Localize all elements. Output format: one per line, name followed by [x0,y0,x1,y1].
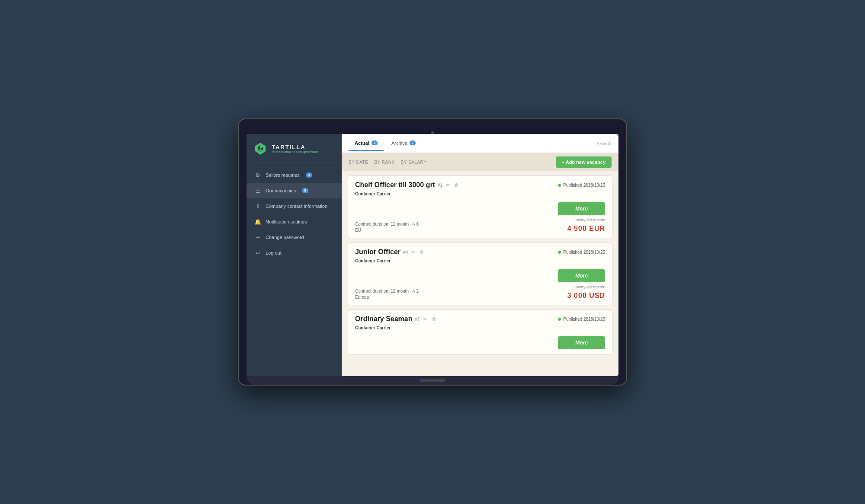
list-icon: ☰ [254,187,261,194]
nav-label-our-vacancies: Our vacancies [266,188,296,193]
vacancy-right-1: More Salary per month: 4 500 EUR [558,202,605,233]
laptop-notch [420,379,445,382]
logout-icon: ↩ [254,249,261,256]
tab-archive-count: 1 [410,140,416,145]
delete-vacancy-7-button[interactable]: 🗑 [431,316,437,322]
vacancy-title-group-4: Junior Officer #4 ✏ 🗑 [355,248,425,256]
vacancy-title-group-1: Cheif Officer till 3000 grt #1 ✏ 🗑 [355,181,460,189]
laptop-camera [431,131,434,134]
search-label: Search [596,141,612,146]
tab-actual-label: Actual [355,140,369,146]
asterisk-icon: ✳ [254,234,261,241]
tab-actual-count: 5 [372,140,378,145]
vacancy-contract-1: Contract duration: 12 month +/- 6 [355,222,419,226]
vacancy-vessel-4: Container Carrier [348,258,612,267]
tab-actual[interactable]: Actual 5 [349,136,384,151]
tabs-bar: Actual 5 Archive 1 [349,136,422,151]
edit-vacancy-1-button[interactable]: ✏ [445,182,451,188]
header: Actual 5 Archive 1 Search [342,134,618,153]
gear-icon: ⚙ [254,172,261,179]
vacancy-title-4: Junior Officer [355,248,400,256]
sidebar-item-sailors-resumes[interactable]: ⚙ Sailors resumes 4 [247,167,342,183]
logo-area: TARTILLA international seajob generator [247,134,342,161]
sidebar: TARTILLA international seajob generator … [247,134,342,376]
status-dot-1 [558,184,561,187]
vacancy-body-7: More [348,334,612,354]
main-content: Actual 5 Archive 1 Search BY DATE BY RAN… [342,134,618,376]
filter-by-rank[interactable]: BY RANK [374,160,394,165]
tab-archive[interactable]: Archive 1 [385,136,422,151]
vacancy-region-4: Europa [355,295,419,300]
sidebar-item-change-password[interactable]: ✳ Change password [247,230,342,245]
vacancy-contract-4: Contract duration: 12 month +/- 2 [355,289,419,293]
vacancies-list: Cheif Officer till 3000 grt #1 ✏ 🗑 Publi… [342,171,618,376]
sidebar-item-our-vacancies[interactable]: ☰ Our vacancies 5 [247,183,342,198]
app-subtitle: international seajob generator [272,150,318,153]
edit-vacancy-4-button[interactable]: ✏ [410,249,416,255]
salary-label-1: Salary per month: [574,218,605,222]
edit-vacancy-7-button[interactable]: ✏ [423,316,428,322]
more-button-4[interactable]: More [558,269,605,282]
logo-text: TARTILLA international seajob generator [272,144,318,153]
nav-badge-our-vacancies: 5 [302,188,308,193]
nav-badge-sailors-resumes: 4 [306,172,312,178]
vacancy-header-1: Cheif Officer till 3000 grt #1 ✏ 🗑 Publi… [348,176,612,191]
vacancy-header-4: Junior Officer #4 ✏ 🗑 Published 2018/10/… [348,243,612,258]
vacancy-region-1: EU [355,228,419,233]
vacancy-vessel-1: Container Carrier [348,191,612,200]
vacancy-header-7: Ordinary Seaman #7 ✏ 🗑 Published 2018/10… [348,310,612,325]
more-button-1[interactable]: More [558,202,605,215]
add-vacancy-button[interactable]: + Add new vacancy [556,156,612,168]
sidebar-item-company-contact[interactable]: ℹ Company contact information [247,198,342,214]
info-icon: ℹ [254,203,261,210]
filter-by-date[interactable]: BY DATE [349,160,368,165]
nav-label-company-contact: Company contact information [266,204,327,209]
vacancy-status-7: Published 2018/10/25 [558,317,605,322]
vacancy-status-1: Published 2018/10/25 [558,183,605,188]
delete-vacancy-1-button[interactable]: 🗑 [453,182,460,188]
logo-icon [253,142,267,156]
vacancy-card-4: Junior Officer #4 ✏ 🗑 Published 2018/10/… [348,242,612,305]
vacancy-status-text-7: Published 2018/10/25 [563,317,605,322]
vacancy-status-4: Published 2018/10/25 [558,250,605,255]
filter-by-salary[interactable]: BY SALARY [401,160,427,165]
nav-label-sailors-resumes: Sailors resumes [266,172,300,178]
vacancy-right-4: More Salary per month: 3 000 USD [558,269,605,300]
more-button-7[interactable]: More [558,336,605,349]
sidebar-item-notification-settings[interactable]: 🔔 Notification settings [247,214,342,230]
status-dot-7 [558,318,561,321]
vacancy-id-1: #1 [438,183,442,188]
bell-icon: 🔔 [254,218,261,225]
vacancy-title-1: Cheif Officer till 3000 grt [355,181,435,189]
salary-value-4: 3 000 USD [567,292,605,300]
nav-label-log-out: Log out [266,250,282,255]
app-name: TARTILLA [272,144,318,150]
vacancy-status-text-4: Published 2018/10/25 [563,250,605,255]
vacancy-card-7: Ordinary Seaman #7 ✏ 🗑 Published 2018/10… [348,309,612,355]
vacancy-body-4: Contract duration: 12 month +/- 2 Europa… [348,267,612,305]
nav-label-change-password: Change password [266,235,304,240]
status-dot-4 [558,251,561,254]
salary-value-1: 4 500 EUR [567,225,605,233]
vacancy-status-text-1: Published 2018/10/25 [563,183,605,188]
vacancy-card-1: Cheif Officer till 3000 grt #1 ✏ 🗑 Publi… [348,175,612,238]
vacancy-id-7: #7 [415,317,420,322]
vacancy-title-7: Ordinary Seaman [355,315,413,323]
vacancy-details-1: Contract duration: 12 month +/- 6 EU [355,222,419,233]
filter-bar: BY DATE BY RANK BY SALARY + Add new vaca… [342,153,618,171]
delete-vacancy-4-button[interactable]: 🗑 [419,249,425,255]
sidebar-nav: ⚙ Sailors resumes 4 ☰ Our vacancies 5 ℹ … [247,163,342,265]
salary-label-4: Salary per month: [574,285,605,289]
vacancy-right-7: More [558,336,605,349]
filter-options: BY DATE BY RANK BY SALARY [349,160,426,165]
vacancy-body-1: Contract duration: 12 month +/- 6 EU Mor… [348,200,612,238]
tab-archive-label: Archive [391,140,407,146]
vacancy-details-4: Contract duration: 12 month +/- 2 Europa [355,289,419,300]
vacancy-vessel-7: Container Carrier [348,325,612,334]
sidebar-item-log-out[interactable]: ↩ Log out [247,245,342,261]
laptop-base [247,376,618,385]
search-area[interactable]: Search [596,141,612,146]
vacancy-id-4: #4 [403,250,408,255]
vacancy-title-group-7: Ordinary Seaman #7 ✏ 🗑 [355,315,437,323]
nav-label-notification-settings: Notification settings [266,219,307,224]
